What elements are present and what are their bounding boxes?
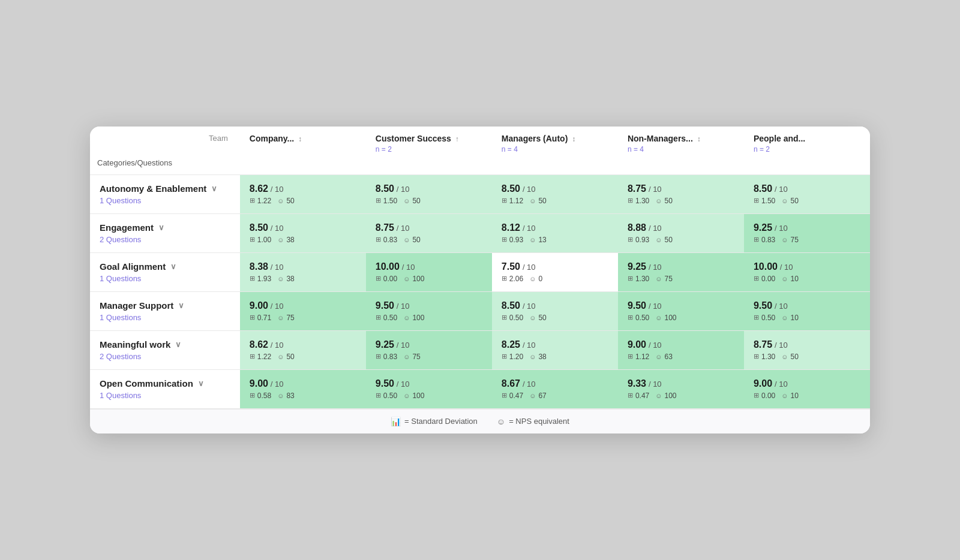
cell-score-row: 9.25 / 10 (628, 261, 734, 272)
cell-std: 0.93 (635, 236, 649, 244)
cell-stats: ⊞ 2.06 ☺ 0 (502, 275, 608, 283)
cell-score-denom: / 10 (649, 185, 662, 194)
cell-score-row: 8.50 / 10 (376, 183, 482, 194)
col-header-people-and[interactable]: People and... n = 2 (744, 127, 870, 174)
col-sort-non-managers[interactable]: ↕ (697, 135, 701, 143)
chevron-down-icon[interactable]: ∨ (170, 262, 176, 271)
chevron-down-icon[interactable]: ∨ (198, 379, 204, 388)
cell-stats: ⊞ 0.50 ☺ 100 (376, 392, 482, 400)
data-cell-2-0: 8.38 / 10 ⊞ 1.93 ☺ 38 (240, 252, 366, 291)
cell-score-denom: / 10 (397, 380, 410, 389)
cell-score: 8.50 (502, 183, 520, 194)
cell-stats: ⊞ 0.00 ☺ 10 (754, 275, 860, 283)
nps-face-icon: ☺ (277, 197, 284, 204)
data-cell-5-1: 9.50 / 10 ⊞ 0.50 ☺ 100 (366, 369, 492, 408)
cell-score-row: 8.75 / 10 (628, 183, 734, 194)
cell-score-denom: / 10 (397, 185, 410, 194)
std-icon: ⊞ (250, 275, 255, 282)
std-icon: ⊞ (376, 197, 381, 204)
team-label: Team (209, 134, 228, 143)
cell-score-denom: / 10 (523, 341, 536, 350)
category-questions[interactable]: 2 Questions (100, 352, 230, 361)
cell-std: 0.50 (383, 392, 397, 400)
col-sort-managers-auto[interactable]: ↕ (572, 135, 575, 143)
data-cell-0-4: 8.50 / 10 ⊞ 1.50 ☺ 50 (744, 174, 870, 213)
category-questions[interactable]: 2 Questions (100, 235, 230, 244)
nps-face-icon: ☺ (277, 353, 284, 360)
cell-std: 1.30 (635, 275, 649, 283)
col-header-customer-success[interactable]: Customer Success ↑ n = 2 (366, 127, 492, 174)
data-cell-3-4: 9.50 / 10 ⊞ 0.50 ☺ 10 (744, 291, 870, 330)
cell-nps: 50 (791, 353, 799, 361)
cell-score-denom: / 10 (775, 341, 788, 350)
cell-stats: ⊞ 0.83 ☺ 75 (754, 236, 860, 244)
cell-score: 8.12 (502, 222, 520, 233)
cell-nps: 50 (791, 197, 799, 205)
nps-face-icon: ☺ (655, 392, 662, 399)
corner-header: Team Categories/Questions (90, 127, 240, 174)
cell-score: 7.50 (502, 261, 520, 272)
cell-nps: 10 (791, 314, 799, 322)
cell-score: 8.67 (502, 378, 520, 389)
col-header-non-managers[interactable]: Non-Managers... ↕ n = 4 (618, 127, 744, 174)
category-cell-1: Engagement ∨ 2 Questions (90, 213, 240, 252)
cell-score-row: 9.00 / 10 (250, 300, 356, 311)
col-header-managers-auto[interactable]: Managers (Auto) ↕ n = 4 (492, 127, 618, 174)
col-n-people-and: n = 2 (754, 145, 860, 153)
nps-face-icon: ☺ (655, 236, 662, 243)
cell-std: 1.00 (257, 236, 271, 244)
cell-stats: ⊞ 1.22 ☺ 50 (250, 353, 356, 361)
cell-std: 0.50 (761, 314, 775, 322)
cell-nps: 75 (286, 314, 294, 322)
cell-score-row: 8.38 / 10 (250, 261, 356, 272)
nps-face-icon: ☺ (781, 392, 788, 399)
cell-stats: ⊞ 1.30 ☺ 50 (628, 197, 734, 205)
data-cell-5-4: 9.00 / 10 ⊞ 0.00 ☺ 10 (744, 369, 870, 408)
nps-face-icon: ☺ (781, 236, 788, 243)
col-name-customer-success: Customer Success (376, 134, 451, 143)
cell-score-denom: / 10 (523, 302, 536, 311)
cell-std: 0.83 (383, 236, 397, 244)
chevron-down-icon[interactable]: ∨ (211, 184, 217, 193)
category-name: Autonomy & Enablement ∨ (100, 183, 230, 194)
data-cell-3-0: 9.00 / 10 ⊞ 0.71 ☺ 75 (240, 291, 366, 330)
nps-face-icon: ☺ (529, 236, 536, 243)
col-sort-customer-success[interactable]: ↑ (455, 135, 459, 143)
std-icon: ⊞ (250, 314, 255, 321)
nps-face-icon: ☺ (529, 275, 536, 282)
cell-score: 9.25 (376, 339, 394, 350)
cell-score-row: 9.00 / 10 (628, 339, 734, 350)
chevron-down-icon[interactable]: ∨ (158, 223, 164, 232)
chevron-down-icon[interactable]: ∨ (178, 301, 184, 310)
chevron-down-icon[interactable]: ∨ (175, 340, 181, 349)
category-questions[interactable]: 1 Questions (100, 313, 230, 322)
cell-score-row: 8.62 / 10 (250, 183, 356, 194)
nps-face-icon: ☺ (529, 314, 536, 321)
category-questions[interactable]: 1 Questions (100, 196, 230, 205)
cell-score: 9.50 (376, 378, 394, 389)
table-row: Goal Alignment ∨ 1 Questions 8.38 / 10 ⊞… (90, 252, 870, 291)
cell-nps: 100 (412, 392, 424, 400)
cell-score: 9.00 (754, 378, 772, 389)
std-icon: ⊞ (628, 392, 633, 399)
category-questions[interactable]: 1 Questions (100, 391, 230, 400)
cell-score-row: 9.00 / 10 (754, 378, 860, 389)
cell-score-row: 9.25 / 10 (376, 339, 482, 350)
cell-nps: 38 (286, 236, 294, 244)
col-n-customer-success: n = 2 (376, 145, 482, 153)
cell-score: 9.00 (250, 300, 268, 311)
table-row: Autonomy & Enablement ∨ 1 Questions 8.62… (90, 174, 870, 213)
cell-std: 1.50 (761, 197, 775, 205)
cell-score: 8.50 (502, 300, 520, 311)
col-header-company[interactable]: Company... ↕ (240, 127, 366, 174)
std-deviation-icon: 📊 (391, 417, 401, 426)
cell-std: 0.47 (509, 392, 523, 400)
std-icon: ⊞ (502, 314, 507, 321)
cell-score-row: 9.50 / 10 (754, 300, 860, 311)
cell-std: 1.22 (257, 197, 271, 205)
data-cell-2-4: 10.00 / 10 ⊞ 0.00 ☺ 10 (744, 252, 870, 291)
cell-nps: 50 (664, 236, 672, 244)
category-questions[interactable]: 1 Questions (100, 274, 230, 283)
col-sort-company[interactable]: ↕ (298, 135, 302, 143)
category-name: Meaningful work ∨ (100, 339, 230, 350)
